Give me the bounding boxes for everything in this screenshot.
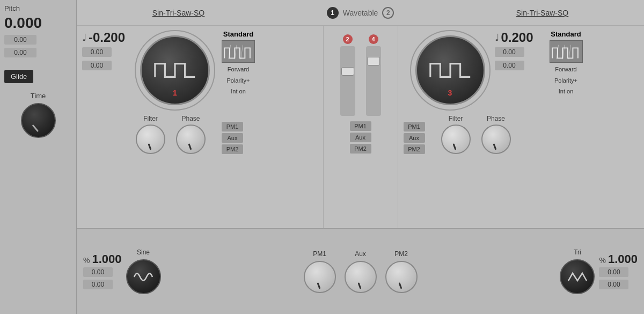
aux-group: Aux <box>345 250 377 293</box>
osc2-detune-input-2[interactable] <box>495 61 524 70</box>
osc2-filter-label: Filter <box>449 115 463 122</box>
osc1-int: Int on <box>231 87 246 96</box>
osc2-phase-knob[interactable] <box>481 125 511 154</box>
aux-knob[interactable] <box>345 261 377 293</box>
osc1-note-icon: ♩ <box>82 32 86 43</box>
time-label: Time <box>4 92 72 100</box>
osc1-sine-knob-container <box>126 259 161 294</box>
pitch-input-1[interactable] <box>4 35 36 45</box>
osc1-phase-label: Phase <box>181 115 200 122</box>
pitch-value: 0.000 <box>4 14 72 32</box>
center-bottom: PM1 Aux PM2 <box>297 250 424 293</box>
osc1-percent-area: % 1.000 <box>83 252 122 291</box>
osc1-pm2-button[interactable]: PM2 <box>222 144 243 154</box>
glide-section: Glide <box>4 65 72 83</box>
osc1-panel: ♩ -0.200 1 <box>77 26 323 228</box>
aux-label: Aux <box>355 250 366 258</box>
slider-2-wrap: 4 <box>366 34 381 116</box>
osc1-standard-label: Standard <box>223 30 253 38</box>
content-area: ♩ -0.200 1 <box>77 26 644 228</box>
osc1-title: Sin-Tri-Saw-SQ <box>152 9 205 17</box>
svg-rect-0 <box>222 41 254 62</box>
time-knob-container <box>4 103 72 138</box>
center-pm1-button[interactable]: PM1 <box>350 121 371 131</box>
osc2-top: 3 ♩ 0.200 Standard <box>404 30 639 111</box>
osc1-polarity: Polarity+ <box>226 76 250 85</box>
osc2-percent-row: % 1.000 <box>599 252 638 266</box>
osc2-panel: 3 ♩ 0.200 Standard <box>398 26 645 228</box>
osc2-phase-group: Phase <box>481 115 511 154</box>
slider-2-track <box>366 46 381 116</box>
pm2-group: PM2 <box>385 250 418 293</box>
osc2-detune-input-1[interactable] <box>495 47 524 57</box>
header-row: Sin-Tri-Saw-SQ 1 Wavetable 2 Sin-Tri-Saw… <box>77 0 644 26</box>
osc2-filter-group: Filter <box>441 115 471 154</box>
osc1-pm1-button[interactable]: PM1 <box>222 122 243 132</box>
osc1-detune-value: -0.200 <box>89 30 125 45</box>
osc1-big-knob[interactable]: 1 <box>140 35 210 105</box>
osc1-filter-knob[interactable] <box>136 125 165 154</box>
wavetable-badge-2[interactable]: 2 <box>382 7 394 19</box>
osc1-bottom-input-1[interactable] <box>83 267 113 277</box>
osc2-big-knob[interactable]: 3 <box>415 35 485 105</box>
osc1-detune-input-2[interactable] <box>82 61 112 70</box>
osc2-percent-value: 1.000 <box>608 252 638 266</box>
osc1-percent-symbol: % <box>83 256 90 265</box>
main-container: Pitch 0.000 Glide Time Sin-Tri-Saw-SQ 1 … <box>0 0 644 314</box>
osc2-filter-knob[interactable] <box>441 125 471 154</box>
center-pm2-button[interactable]: PM2 <box>350 144 371 154</box>
pm2-knob[interactable] <box>385 261 418 293</box>
sine-wave-icon <box>133 269 153 285</box>
pm2-label: PM2 <box>394 250 408 258</box>
osc1-filter-group: Filter <box>136 115 165 154</box>
osc2-pm1-button[interactable]: PM1 <box>404 122 425 132</box>
osc2-int: Int on <box>559 87 574 96</box>
bottom-row: % 1.000 Sine <box>77 228 644 314</box>
osc2-bottom-input-2[interactable] <box>599 280 628 289</box>
osc1-knob-row: Filter Phase PM1 Aux PM2 <box>82 115 318 154</box>
osc1-direction: Forward <box>228 65 249 74</box>
osc1-detune-input-1[interactable] <box>82 47 112 57</box>
glide-button[interactable]: Glide <box>4 70 33 83</box>
osc2-detune-row: ♩ 0.200 <box>495 30 543 45</box>
osc1-wave-icon <box>152 54 199 87</box>
slider-1-number: 2 <box>343 34 353 44</box>
osc1-phase-knob[interactable] <box>176 125 206 154</box>
osc1-bottom-input-2[interactable] <box>83 280 113 289</box>
svg-rect-4 <box>550 41 582 62</box>
slider-1-thumb[interactable] <box>341 67 354 76</box>
osc2-bottom: Tri % 1.000 <box>424 249 638 294</box>
osc2-wave-icon <box>427 54 473 87</box>
center-aux-button[interactable]: Aux <box>350 133 371 142</box>
osc2-percent-symbol: % <box>599 256 605 265</box>
osc2-detune-value: 0.200 <box>501 30 533 45</box>
slider-1-track <box>340 46 355 116</box>
osc2-tri-label: Tri <box>574 249 581 256</box>
osc1-sine-group: Sine <box>126 249 161 294</box>
slider-1-wrap: 2 <box>340 34 355 116</box>
pm1-group: PM1 <box>304 250 336 293</box>
wavetable-badge-1[interactable]: 1 <box>327 7 339 19</box>
osc2-aux-button[interactable]: Aux <box>404 133 425 143</box>
pm1-knob[interactable] <box>304 261 336 293</box>
osc1-aux-button[interactable]: Aux <box>222 133 243 143</box>
osc2-pm2-button[interactable]: PM2 <box>404 144 425 154</box>
osc2-title: Sin-Tri-Saw-SQ <box>516 9 569 17</box>
osc2-bottom-input-1[interactable] <box>599 267 628 277</box>
osc1-bottom: % 1.000 Sine <box>83 249 297 294</box>
osc2-phase-label: Phase <box>487 115 505 122</box>
slider-2-thumb[interactable] <box>367 57 380 65</box>
osc2-tri-knob[interactable] <box>560 259 595 294</box>
left-sidebar: Pitch 0.000 Glide Time <box>0 0 77 314</box>
osc1-top: ♩ -0.200 1 <box>82 30 318 111</box>
osc2-mode-controls: Standard Forward Polarity+ Int on <box>550 30 583 96</box>
slider-2-number: 4 <box>369 34 378 44</box>
center-column: 2 4 PM1 Aux PM2 <box>323 26 398 228</box>
osc2-detune-area: ♩ 0.200 <box>495 30 543 72</box>
osc2-standard-label: Standard <box>551 30 581 38</box>
pitch-label: Pitch <box>4 4 72 12</box>
osc1-sine-knob[interactable] <box>126 259 161 294</box>
time-knob[interactable] <box>21 103 56 138</box>
pitch-input-2[interactable] <box>4 48 36 57</box>
osc2-knob-row: PM1 Aux PM2 Filter Phase <box>404 115 639 154</box>
